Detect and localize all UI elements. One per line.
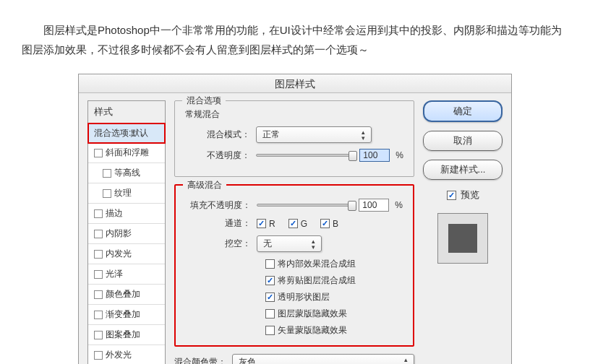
styles-header: 样式 [88,101,165,124]
checkbox-icon [94,331,103,339]
style-item[interactable]: 描边 [88,204,165,224]
checkbox-icon [94,230,103,238]
style-item[interactable]: 颜色叠加 [88,285,165,305]
style-item-label: 图案叠加 [106,329,140,341]
style-item[interactable]: 内发光 [88,244,165,264]
option-label: 矢量蒙版隐藏效果 [278,324,347,337]
knockout-row: 挖空： 无 ▴▾ [186,235,403,252]
advanced-option-checkbox[interactable]: 图层蒙版隐藏效果 [265,308,403,320]
style-item[interactable]: 斜面和浮雕 [88,143,165,163]
knockout-select[interactable]: 无 ▴▾ [257,235,322,252]
opacity-row: 不透明度： 100 % [185,149,403,162]
group-legend: 混合选项 [182,95,226,107]
checkbox-icon [265,292,275,302]
layer-style-dialog: 图层样式 样式 混合选项:默认 斜面和浮雕等高线纹理描边内阴影内发光光泽颜色叠加… [78,74,512,364]
advanced-option-checkbox[interactable]: 将内部效果混合成组 [265,258,403,270]
ok-button[interactable]: 确定 [423,100,503,122]
style-item-label: 描边 [106,207,123,220]
advanced-legend: 高级混合 [183,179,226,191]
style-item-label: 光泽 [106,268,123,280]
advanced-option-checkbox[interactable]: 透明形状图层 [265,291,403,303]
channels-row: 通道： R G B [186,217,403,230]
checkbox-icon [94,311,103,319]
checkbox-icon [94,209,103,218]
channel-g-checkbox[interactable]: G [288,219,307,229]
checkbox-icon [94,290,103,299]
options-panel: 混合选项 常规混合 混合模式： 正常 ▴▾ 不透明度： 100 % 高 [174,100,414,364]
opacity-label: 不透明度： [185,150,250,162]
checkbox-icon [257,219,266,228]
checkbox-icon [265,309,275,318]
preview-swatch-inner [448,224,477,253]
style-item-label: 渐变叠加 [106,308,140,321]
style-item[interactable]: 纹理 [88,183,165,204]
blend-mode-select[interactable]: 正常 ▴▾ [256,126,372,143]
style-item-label: 外发光 [106,349,132,361]
style-item-blending-options[interactable]: 混合选项:默认 [87,123,166,144]
cancel-button[interactable]: 取消 [423,131,503,151]
checkbox-icon [320,219,330,228]
option-label: 将内部效果混合成组 [278,258,356,270]
style-item-label: 颜色叠加 [106,288,140,300]
style-item[interactable]: 等高线 [88,163,165,183]
option-label: 图层蒙版隐藏效果 [278,308,347,320]
channel-b-checkbox[interactable]: B [320,219,338,229]
style-item[interactable]: 光泽 [88,264,165,285]
advanced-option-checkbox[interactable]: 矢量蒙版隐藏效果 [265,324,403,337]
updown-icon: ▴▾ [362,129,365,141]
style-item[interactable]: 外发光 [88,345,165,364]
fill-opacity-slider[interactable] [257,204,353,207]
fill-opacity-input[interactable]: 100 [359,199,389,212]
dialog-title: 图层样式 [79,74,511,93]
new-style-button[interactable]: 新建样式... [423,160,503,180]
updown-icon: ▴▾ [312,238,315,250]
preview-swatch [437,213,488,264]
style-item-label: 等高线 [114,167,140,179]
blend-if-row: 混合颜色带： 灰色 ▴▾ [174,354,414,364]
knockout-label: 挖空： [186,238,251,250]
checkbox-icon [288,219,298,228]
style-item[interactable]: 图案叠加 [88,325,165,345]
style-item[interactable]: 渐变叠加 [88,305,165,325]
advanced-blend-group: 高级混合 填充不透明度： 100 % 通道： R G B 挖空： [174,184,414,347]
channel-r-checkbox[interactable]: R [257,219,275,229]
preview-checkbox[interactable]: 预览 [423,188,503,202]
checkbox-icon [103,169,111,178]
blend-mode-row: 混合模式： 正常 ▴▾ [185,126,403,143]
blend-if-label: 混合颜色带： [174,356,226,364]
style-item-label: 纹理 [114,187,132,199]
checkbox-icon [94,250,103,259]
blending-options-group: 混合选项 常规混合 混合模式： 正常 ▴▾ 不透明度： 100 % [174,100,414,177]
checkbox-icon [103,189,111,198]
channels-label: 通道： [186,217,251,230]
checkbox-icon [265,259,275,269]
option-label: 透明形状图层 [278,291,330,303]
checkbox-icon [94,351,103,360]
intro-text: 图层样式是Photoshop中一个非常常用的功能，在UI设计中经常会运用到其中的… [0,0,590,74]
advanced-option-checkbox[interactable]: 将剪贴图层混合成组 [265,274,403,287]
slider-thumb-icon[interactable] [348,201,356,211]
slider-thumb-icon[interactable] [349,151,357,161]
dialog-buttons-panel: 确定 取消 新建样式... 预览 [423,100,503,364]
blend-mode-label: 混合模式： [185,129,250,141]
style-item-label: 斜面和浮雕 [106,147,149,159]
styles-list-panel: 样式 混合选项:默认 斜面和浮雕等高线纹理描边内阴影内发光光泽颜色叠加渐变叠加图… [87,100,166,364]
checkbox-icon [265,326,275,335]
opacity-slider[interactable] [256,154,354,157]
option-label: 将剪贴图层混合成组 [278,274,356,287]
checkbox-icon [94,149,103,157]
opacity-input[interactable]: 100 [359,149,390,162]
checkbox-icon [265,276,275,285]
style-item-label: 内阴影 [106,228,132,240]
normal-blend-legend: 常规混合 [185,108,403,121]
fill-opacity-row: 填充不透明度： 100 % [186,199,403,212]
style-item[interactable]: 内阴影 [88,224,165,244]
style-item-label: 内发光 [106,248,132,260]
updown-icon: ▴▾ [404,357,408,365]
blend-if-select[interactable]: 灰色 ▴▾ [232,354,414,364]
checkbox-icon [447,191,456,200]
fill-opacity-label: 填充不透明度： [186,199,251,212]
checkbox-icon [94,270,103,279]
